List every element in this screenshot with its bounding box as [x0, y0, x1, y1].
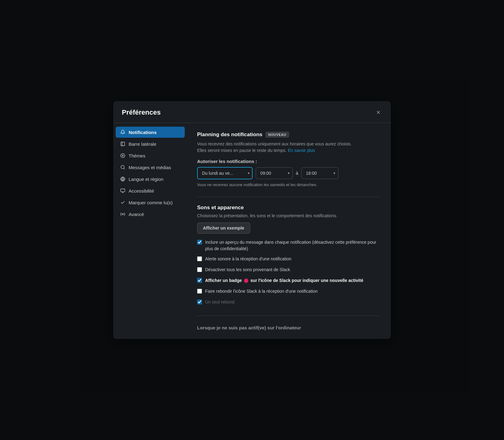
red-dot-icon — [244, 279, 248, 283]
checkbox-preview-label[interactable]: Inclure un aperçu du message dans chaque… — [205, 239, 380, 252]
sidebar-item-label-mark-read: Marquer comme lu(s) — [129, 200, 173, 205]
bottom-section-title: Lorsque je ne suis pas actif(ve) sur l'o… — [197, 323, 380, 330]
accessibility-icon — [120, 188, 126, 194]
checkbox-preview: Inclure un aperçu du message dans chaque… — [197, 239, 380, 252]
checkbox-mute-sounds-input[interactable] — [197, 267, 202, 272]
modal-header: Préférences × — [113, 101, 391, 123]
mark-read-icon — [120, 200, 126, 205]
day-range-select[interactable]: Du lundi au ve... Tous les jours Jours o… — [197, 167, 253, 179]
svg-rect-0 — [121, 142, 125, 146]
sidebar-item-notifications[interactable]: Notifications — [116, 127, 185, 138]
sidebar-item-label-themes: Thèmes — [129, 153, 145, 158]
checkbox-sound-alert-label[interactable]: Alerte sonore à la réception d'une notif… — [205, 256, 291, 262]
sidebar-item-messages[interactable]: Messages et médias — [116, 162, 185, 173]
sidebar-item-label-messages: Messages et médias — [129, 165, 171, 170]
svg-line-5 — [124, 168, 125, 169]
close-button[interactable]: × — [374, 108, 382, 117]
checkbox-sound-alert: Alerte sonore à la réception d'une notif… — [197, 256, 380, 263]
day-range-wrapper[interactable]: Du lundi au ve... Tous les jours Jours o… — [197, 167, 253, 179]
sounds-desc: Choisissez la présentation, les sons et … — [197, 213, 380, 218]
no-weekend-note: Vous ne recevrez aucune notification les… — [197, 182, 380, 187]
time-end-wrapper[interactable]: 18:00 17:00 19:00 ▾ — [301, 167, 338, 179]
checkbox-bounce: Faire rebondir l'icône Slack à la récept… — [197, 288, 380, 295]
svg-point-3 — [122, 155, 123, 156]
checkbox-mute-sounds: Désactiver tous les sons provenant de Sl… — [197, 267, 380, 273]
language-icon — [120, 176, 126, 182]
sidebar-item-language[interactable]: Langue et région — [116, 173, 185, 185]
checkbox-bounce-input[interactable] — [197, 289, 202, 294]
checkbox-single-bounce-input[interactable] — [197, 299, 202, 304]
messages-icon — [120, 165, 126, 170]
divider-1 — [197, 197, 380, 197]
svg-rect-8 — [121, 189, 125, 192]
notifications-icon — [120, 129, 126, 135]
planning-title: Planning des notifications — [197, 132, 262, 138]
time-end-select[interactable]: 18:00 17:00 19:00 — [301, 167, 338, 179]
checkbox-badge-input[interactable] — [197, 278, 202, 283]
modal-body: NotificationsBarre latéraleThèmesMessage… — [113, 123, 391, 339]
planning-title-row: Planning des notifications NOUVEAU — [197, 132, 380, 138]
svg-point-11 — [122, 214, 123, 215]
advanced-icon — [120, 211, 126, 217]
sidebar-item-themes[interactable]: Thèmes — [116, 150, 185, 161]
svg-point-2 — [121, 154, 125, 158]
modal-title: Préférences — [122, 108, 161, 116]
between-label: à — [296, 171, 298, 176]
checkbox-mute-sounds-label[interactable]: Désactiver tous les sons provenant de Sl… — [205, 267, 290, 273]
sidebar-item-label-notifications: Notifications — [129, 130, 157, 135]
checkbox-badge: Afficher un badge sur l'icône de Slack p… — [197, 277, 380, 284]
planning-section: Planning des notifications NOUVEAU Vous … — [197, 132, 380, 187]
svg-point-4 — [121, 165, 124, 169]
learn-more-link[interactable]: En savoir plus — [288, 148, 315, 153]
sidebar-item-accessibility[interactable]: Accessibilité — [116, 185, 185, 196]
checkbox-single-bounce-label[interactable]: Un seul rebond — [205, 299, 234, 305]
sounds-section: Sons et apparence Choisissez la présenta… — [197, 205, 380, 306]
checkbox-preview-input[interactable] — [197, 240, 202, 245]
dropdowns-row: Du lundi au ve... Tous les jours Jours o… — [197, 167, 380, 179]
sidebar-item-label-sidebar: Barre latérale — [129, 141, 156, 147]
divider-2 — [197, 316, 380, 316]
sidebar-item-sidebar[interactable]: Barre latérale — [116, 138, 185, 149]
sidebar: NotificationsBarre latéraleThèmesMessage… — [113, 123, 187, 339]
sounds-title: Sons et apparence — [197, 205, 380, 211]
time-start-select[interactable]: 09:00 08:00 10:00 — [256, 167, 293, 179]
sidebar-icon — [120, 141, 126, 147]
example-button[interactable]: Afficher un exemple — [197, 222, 250, 234]
sidebar-item-mark-read[interactable]: Marquer comme lu(s) — [116, 197, 185, 208]
sidebar-item-label-advanced: Avancé — [129, 212, 144, 217]
main-content: Planning des notifications NOUVEAU Vous … — [187, 123, 391, 339]
allow-label: Autoriser les notifications : — [197, 159, 380, 164]
sidebar-item-advanced[interactable]: Avancé — [116, 209, 185, 220]
checkbox-badge-label[interactable]: Afficher un badge sur l'icône de Slack p… — [205, 277, 363, 283]
time-start-wrapper[interactable]: 09:00 08:00 10:00 ▾ — [256, 167, 293, 179]
checkbox-sound-alert-input[interactable] — [197, 256, 202, 261]
sidebar-item-label-accessibility: Accessibilité — [129, 188, 154, 194]
preferences-modal: Préférences × NotificationsBarre latéral… — [113, 101, 391, 339]
planning-desc: Vous recevrez des notifications uniqueme… — [197, 141, 380, 154]
checkbox-bounce-label[interactable]: Faire rebondir l'icône Slack à la récept… — [205, 288, 318, 294]
modal-overlay: Préférences × NotificationsBarre latéral… — [0, 0, 504, 440]
checkbox-single-bounce: Un seul rebond — [197, 299, 380, 306]
new-badge: NOUVEAU — [266, 132, 289, 137]
sidebar-item-label-language: Langue et région — [129, 177, 163, 182]
themes-icon — [120, 153, 126, 158]
